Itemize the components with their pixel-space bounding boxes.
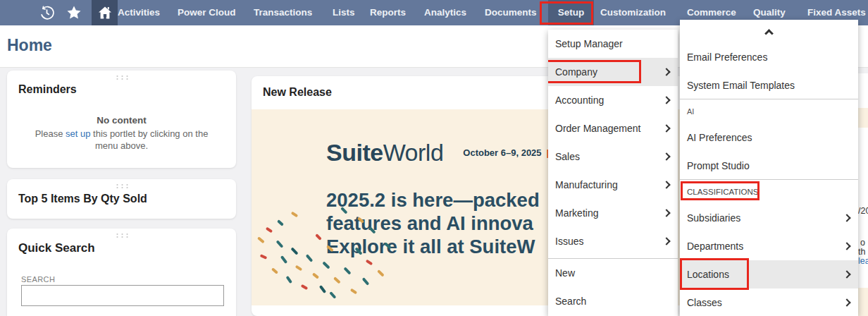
- page-title: Home: [7, 36, 52, 55]
- chevron-right-icon: [843, 270, 850, 278]
- search-input[interactable]: [21, 285, 224, 306]
- favorites-star-icon[interactable]: [65, 0, 83, 25]
- menu-item-locations[interactable]: Locations: [680, 260, 858, 288]
- text-fragment: o: [860, 238, 865, 248]
- chevron-right-icon: [843, 214, 850, 221]
- reminders-empty-state: No content Please set up this portlet by…: [7, 114, 236, 152]
- reminders-portlet: Reminders No content Please set up this …: [7, 71, 236, 168]
- new-release-title: New Release: [263, 86, 332, 99]
- quick-search-portlet: Quick Search SEARCH: [7, 229, 236, 316]
- nav-item-reports[interactable]: Reports: [370, 0, 406, 25]
- chevron-up-icon: [764, 29, 774, 38]
- menu-item-manufacturing[interactable]: Manufacturing: [548, 171, 678, 199]
- reminders-title: Reminders: [18, 83, 77, 96]
- chevron-right-icon: [662, 181, 670, 188]
- menu-item-prompt-studio[interactable]: Prompt Studio: [680, 152, 858, 180]
- nav-item-activities[interactable]: Activities: [118, 0, 160, 25]
- section-header-ai: AI: [680, 99, 858, 123]
- chevron-right-icon: [843, 298, 850, 306]
- menu-item-accounting[interactable]: Accounting: [548, 86, 678, 114]
- menu-item-marketing[interactable]: Marketing: [548, 199, 678, 227]
- history-icon[interactable]: [37, 0, 56, 25]
- quick-search-title: Quick Search: [18, 241, 95, 255]
- menu-item-search[interactable]: Search: [548, 287, 678, 315]
- text-fragment: /20: [858, 206, 868, 216]
- suiteworld-logo: SuiteWorld: [326, 139, 443, 166]
- company-submenu: Email Preferences System Email Templates…: [680, 20, 858, 316]
- menu-item-subsidiaries[interactable]: Subsidiaries: [680, 204, 858, 232]
- menu-item-classes[interactable]: Classes: [680, 288, 858, 316]
- confetti-graphic: [252, 179, 414, 303]
- text-fragment: th: [858, 247, 865, 257]
- menu-item-order-management[interactable]: Order Management: [548, 114, 678, 142]
- menu-item-setup-manager[interactable]: Setup Manager: [548, 30, 678, 58]
- drag-handle-icon[interactable]: [115, 233, 129, 238]
- chevron-right-icon: [662, 237, 670, 245]
- top-items-portlet: Top 5 Items By Qty Sold: [7, 179, 236, 219]
- nav-item-customization[interactable]: Customization: [600, 0, 666, 25]
- nav-item-setup-label: Setup: [558, 7, 585, 18]
- top-items-title: Top 5 Items By Qty Sold: [18, 193, 147, 205]
- drag-handle-icon[interactable]: [115, 183, 129, 189]
- chevron-right-icon: [662, 152, 670, 160]
- menu-item-sales[interactable]: Sales: [548, 142, 678, 171]
- chevron-right-icon: [662, 209, 670, 217]
- nav-item-analytics[interactable]: Analytics: [424, 0, 466, 25]
- nav-item-transactions[interactable]: Transactions: [254, 0, 312, 25]
- menu-item-system-email-templates[interactable]: System Email Templates: [680, 71, 858, 99]
- reminders-empty-heading: No content: [7, 114, 236, 126]
- setup-menu: Setup Manager Company Accounting Order M…: [548, 30, 678, 316]
- search-field-label: SEARCH: [21, 275, 55, 284]
- menu-item-new[interactable]: New: [548, 259, 678, 287]
- home-icon[interactable]: [92, 0, 118, 25]
- reminders-empty-text: Please set up this portlet by clicking o…: [7, 128, 236, 152]
- menu-item-email-preferences[interactable]: Email Preferences: [680, 43, 858, 71]
- menu-item-ai-preferences[interactable]: AI Preferences: [680, 123, 858, 152]
- nav-item-power-cloud[interactable]: Power Cloud: [178, 0, 236, 25]
- link-fragment[interactable]: lea: [858, 256, 868, 266]
- nav-item-lists[interactable]: Lists: [333, 0, 355, 25]
- chevron-right-icon: [662, 96, 670, 104]
- set-up-link[interactable]: set up: [66, 128, 90, 139]
- menu-item-departments[interactable]: Departments: [680, 232, 858, 260]
- section-header-classifications: CLASSIFICATIONS: [680, 180, 858, 204]
- drag-handle-icon[interactable]: [115, 75, 129, 80]
- nav-item-documents[interactable]: Documents: [485, 0, 537, 25]
- nav-item-setup[interactable]: Setup: [548, 0, 594, 25]
- menu-item-company[interactable]: Company: [548, 58, 678, 86]
- chevron-right-icon: [662, 68, 670, 75]
- chevron-right-icon: [662, 124, 670, 132]
- scroll-up-control[interactable]: [680, 20, 858, 43]
- chevron-right-icon: [843, 242, 850, 250]
- menu-item-issues[interactable]: Issues: [548, 227, 678, 255]
